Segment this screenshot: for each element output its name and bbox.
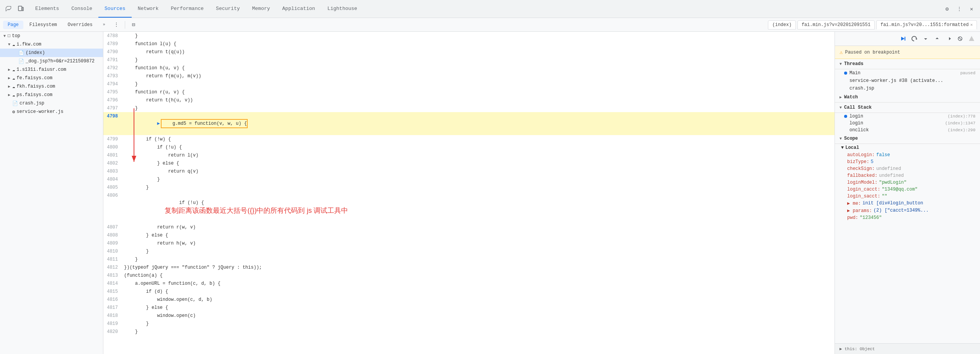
resume-button[interactable] <box>897 33 908 44</box>
tab-performance[interactable]: Performance <box>165 0 210 18</box>
file-tab-index-label: (index) <box>772 22 791 28</box>
file-icon-crash: 📄 <box>12 101 18 106</box>
tree-item-crash[interactable]: 📄 crash.jsp <box>0 99 103 108</box>
deactivate-breakpoints-button[interactable] <box>955 33 965 44</box>
tree-arrow-top: ▼ <box>2 34 8 38</box>
line-code: if (!w) { <box>122 135 835 143</box>
this-object-label[interactable]: ▶ this: Object <box>840 346 875 351</box>
call-func-login1: login <box>849 114 863 119</box>
tree-label-top: top <box>12 33 20 39</box>
table-row: 4815 if (d) { <box>103 287 835 295</box>
scope-prop-params[interactable]: ▶ params: (2) ["cacct=1349%... <box>835 207 980 214</box>
tree-item-index[interactable]: 📄 (index) <box>0 49 103 57</box>
step-into-button[interactable] <box>920 33 931 44</box>
call-func-login2: login <box>849 121 863 126</box>
file-tab-fai-min[interactable]: fai.min.js?v=202012091551 <box>797 20 875 29</box>
tree-label-ifkw: i.fkw.com <box>16 42 41 47</box>
tab-console[interactable]: Console <box>65 0 98 18</box>
thread-name-sw: service-worker.js #38 (activate... <box>844 78 975 83</box>
subtab-overrides[interactable]: Overrides <box>63 21 97 29</box>
tree-item-fkh[interactable]: ▶ ☁ fkh.faisys.com <box>0 82 103 91</box>
settings-icon[interactable]: ⚙ <box>942 3 952 14</box>
tree-label-index: (index) <box>26 50 45 55</box>
table-row: 4820 } <box>103 328 835 336</box>
collapse-tree-icon[interactable]: ⊟ <box>128 20 139 30</box>
line-code: })(typeof jQuery === "function" ? jQuery… <box>122 263 835 271</box>
tab-network[interactable]: Network <box>132 0 165 18</box>
tree-item-worker[interactable]: ⚙ service-worker.js <box>0 108 103 116</box>
call-item-onclick[interactable]: onclick (index):290 <box>835 127 980 134</box>
line-number: 4816 <box>103 295 122 303</box>
tab-lighthouse[interactable]: Lighthouse <box>321 0 363 18</box>
line-code: } else { <box>122 231 835 239</box>
scope-label: Scope <box>844 136 858 141</box>
scope-prop-me[interactable]: ▶ me: init [div#login_button <box>835 200 980 207</box>
file-tab-fai-formatted[interactable]: fai.min.js?v=20...1551:formatted ✕ <box>876 20 977 29</box>
table-row: 4794 } <box>103 80 835 88</box>
file-tab-fai-formatted-label: fai.min.js?v=20...1551:formatted <box>880 22 969 28</box>
tree-label-faisys: fe.faisys.com <box>16 75 52 81</box>
tree-item-ps[interactable]: ▶ ☁ ps.faisys.com <box>0 91 103 99</box>
tab-elements[interactable]: Elements <box>29 0 65 18</box>
line-code: } <box>122 255 835 263</box>
step-over-button[interactable] <box>909 33 920 44</box>
cloud-icon-fkh: ☁ <box>12 84 15 90</box>
tree-item-ifkw[interactable]: ▼ ☁ i.fkw.com <box>0 40 103 49</box>
thread-item-main[interactable]: Main paused <box>835 69 980 77</box>
code-panel[interactable]: 4788 } 4789 function l(u) { 4790 return … <box>103 32 835 354</box>
tab-memory[interactable]: Memory <box>246 0 276 18</box>
line-number: 4820 <box>103 328 122 336</box>
devtools-icons <box>0 3 29 14</box>
prop-val-fallbacked: undefined <box>879 173 904 178</box>
subtab-menu-icon[interactable]: ⋮ <box>111 20 122 30</box>
tab-security[interactable]: Security <box>210 0 246 18</box>
tree-item-top[interactable]: ▼ □ top <box>0 32 103 40</box>
more-subtabs-icon[interactable]: » <box>99 20 109 30</box>
scope-local-text: Local <box>845 145 859 150</box>
threads-section-header[interactable]: ▼ Threads <box>835 59 980 69</box>
more-icon[interactable]: ⋮ <box>954 3 965 14</box>
right-panel: ⚠ Paused on breakpoint ▼ Threads Main pa… <box>835 32 980 354</box>
subtab-filesystem[interactable]: Filesystem <box>25 21 62 29</box>
scope-prop-biztype: bizType: 5 <box>835 158 980 165</box>
table-row: 4801 return l(v) <box>103 151 835 159</box>
prop-key-params: ▶ params: <box>847 208 872 214</box>
subtab-page[interactable]: Page <box>3 21 23 29</box>
prop-key-fallbacked: fallbacked: <box>847 173 877 178</box>
right-panel-scroll[interactable]: ▼ Threads Main paused service-worker.js … <box>835 59 980 343</box>
step-button[interactable] <box>943 33 954 44</box>
watch-section-header[interactable]: ▶ Watch <box>835 92 980 103</box>
file-tab-close-icon[interactable]: ✕ <box>970 22 973 27</box>
line-code: } <box>122 183 835 191</box>
thread-item-crash[interactable]: crash.jsp <box>835 85 980 92</box>
top-toolbar: Elements Console Sources Network Perform… <box>0 0 980 18</box>
line-code: } <box>122 247 835 255</box>
line-number: 4796 <box>103 96 122 104</box>
callstack-section-header[interactable]: ▼ Call Stack <box>835 103 980 113</box>
tree-arrow-ps: ▶ <box>6 93 12 97</box>
line-number: 4801 <box>103 151 122 159</box>
device-icon[interactable] <box>15 3 26 14</box>
tree-item-faisys[interactable]: ▶ ☁ fe.faisys.com <box>0 74 103 82</box>
tab-application[interactable]: Application <box>276 0 321 18</box>
watch-expand-icon: ▶ <box>840 95 842 100</box>
inspect-icon[interactable] <box>3 3 14 14</box>
file-tab-index[interactable]: (index) <box>768 20 795 29</box>
close-icon[interactable]: ✕ <box>966 3 977 14</box>
line-code: a.openURL = function(c, d, b) { <box>122 279 835 287</box>
tree-label-s131i: 1.s131i.faiusr.com <box>16 67 66 72</box>
call-item-login-2[interactable]: login (index):1347 <box>835 120 980 127</box>
step-out-button[interactable] <box>932 33 942 44</box>
tab-sources[interactable]: Sources <box>98 0 132 18</box>
tree-item-dog[interactable]: 📄 _dog.jsp?h=0&r=2121509872 <box>0 57 103 65</box>
scope-section-header[interactable]: ▼ Scope <box>835 134 980 144</box>
prop-val-login-sacct: "" <box>882 194 887 199</box>
thread-item-sw[interactable]: service-worker.js #38 (activate... <box>835 77 980 85</box>
call-item-login-1[interactable]: login (index):778 <box>835 113 980 120</box>
prop-val-loginmodel: "pwdLogin" <box>879 180 906 185</box>
line-number: 4819 <box>103 320 122 328</box>
pause-exceptions-button[interactable] <box>966 33 977 44</box>
tree-item-s131i[interactable]: ▶ ☁ 1.s131i.faiusr.com <box>0 65 103 74</box>
line-number: 4797 <box>103 104 122 112</box>
scope-local-label[interactable]: ▼ Local <box>835 144 980 152</box>
